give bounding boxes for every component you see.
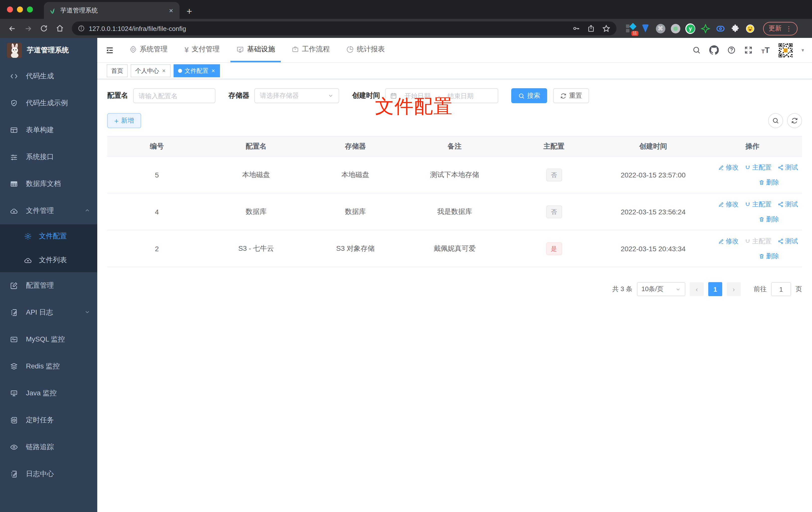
page-size-select[interactable]: 10条/页 xyxy=(637,282,685,296)
reload-icon[interactable] xyxy=(37,22,51,35)
tab-close-icon[interactable]: × xyxy=(168,6,175,14)
sidebar-item-api-log[interactable]: API 日志 xyxy=(0,299,97,326)
page-content: 配置名 存储器 请选择存储器 创建时间 xyxy=(97,79,812,512)
reset-button[interactable]: 重置 xyxy=(553,88,589,103)
new-tab-button[interactable]: + xyxy=(186,6,192,16)
tag-file-config[interactable]: 文件配置 × xyxy=(174,64,220,77)
sidebar-item-form-builder[interactable]: 表单构建 xyxy=(0,117,97,144)
sidebar-item-config-manage[interactable]: 配置管理 xyxy=(0,272,97,299)
share-icon[interactable] xyxy=(587,24,595,32)
test-link[interactable]: 测试 xyxy=(778,163,798,172)
sidebar-item-mysql-monitor[interactable]: MySQL 监控 xyxy=(0,326,97,353)
nav-workflow[interactable]: 工作流程 xyxy=(286,38,336,62)
sidebar-item-label: 代码生成 xyxy=(26,72,54,81)
extension-y-icon[interactable]: y xyxy=(685,24,695,33)
sidebar-item-label: API 日志 xyxy=(26,308,53,317)
close-icon[interactable]: × xyxy=(211,67,215,74)
add-button[interactable]: + 新增 xyxy=(107,113,141,128)
table-row: 5 本地磁盘 本地磁盘 测试下本地存储 否 2022-03-15 23:57:0… xyxy=(107,156,802,193)
modify-link[interactable]: 修改 xyxy=(718,200,739,209)
goto-page-input[interactable] xyxy=(771,282,791,296)
site-info-icon[interactable] xyxy=(78,25,85,32)
close-window-button[interactable] xyxy=(7,6,13,12)
url-text[interactable]: 127.0.0.1:1024/infra/file/file-config xyxy=(89,25,568,32)
sidebar-item-code-demo[interactable]: 代码生成示例 xyxy=(0,90,97,117)
github-icon[interactable] xyxy=(709,46,719,55)
back-icon[interactable] xyxy=(5,22,19,35)
close-icon[interactable]: × xyxy=(162,67,166,74)
next-page-button[interactable]: › xyxy=(727,282,741,296)
address-bar[interactable]: 127.0.0.1:1024/infra/file/file-config xyxy=(72,22,616,35)
fullscreen-icon[interactable] xyxy=(745,46,753,54)
tags-view: 首页 个人中心 × 文件配置 × xyxy=(97,63,812,79)
page-1-button[interactable]: 1 xyxy=(708,282,722,296)
user-menu-caret-icon[interactable]: ▾ xyxy=(802,48,804,53)
sidebar-item-java-monitor[interactable]: Java 监控 xyxy=(0,380,97,407)
col-name: 配置名 xyxy=(206,137,306,156)
nav-report[interactable]: 统计报表 xyxy=(341,38,391,62)
delete-link[interactable]: 删除 xyxy=(759,178,779,187)
nav-pay-manage[interactable]: ¥ 支付管理 xyxy=(179,38,226,62)
master-link[interactable]: 主配置 xyxy=(745,163,772,172)
storage-select[interactable]: 请选择存储器 xyxy=(254,88,339,103)
sidebar-item-system-api[interactable]: 系统接口 xyxy=(0,144,97,171)
sidebar-item-db-doc[interactable]: 数据库文档 xyxy=(0,171,97,198)
sidebar-item-redis-monitor[interactable]: Redis 监控 xyxy=(0,353,97,380)
cell-id: 5 xyxy=(107,156,206,193)
extension-grid-icon[interactable]: 11 xyxy=(626,24,635,33)
help-icon[interactable] xyxy=(727,46,736,54)
delete-link[interactable]: 删除 xyxy=(759,251,779,261)
user-avatar-qr[interactable] xyxy=(778,42,793,58)
profile-avatar-emoji[interactable] xyxy=(745,24,755,33)
browser-menu-icon[interactable]: ⋮ xyxy=(786,25,792,32)
col-storage: 存储器 xyxy=(306,137,405,156)
extensions-puzzle-icon[interactable] xyxy=(730,24,740,33)
sidebar-item-file-config[interactable]: 文件配置 xyxy=(0,224,97,248)
gear-icon xyxy=(130,46,137,53)
edit-icon xyxy=(718,164,724,170)
table-refresh-button[interactable] xyxy=(787,113,802,128)
sidebar-item-file-manage[interactable]: 文件管理 xyxy=(0,198,97,224)
modify-link[interactable]: 修改 xyxy=(718,163,739,172)
master-link[interactable]: 主配置 xyxy=(745,200,772,209)
refresh-icon xyxy=(560,92,567,99)
tag-home[interactable]: 首页 xyxy=(107,64,128,77)
chrome-update-button[interactable]: 更新 ⋮ xyxy=(763,22,798,35)
collapse-sidebar-icon[interactable] xyxy=(105,46,114,55)
table-search-toggle-button[interactable] xyxy=(768,113,783,128)
master-tag: 是 xyxy=(546,242,562,255)
test-link[interactable]: 测试 xyxy=(778,200,798,209)
minimize-window-button[interactable] xyxy=(17,6,23,12)
sidebar-item-trace[interactable]: 链路追踪 xyxy=(0,434,97,461)
sidebar-item-log-center[interactable]: 日志中心 xyxy=(0,461,97,488)
delete-link[interactable]: 删除 xyxy=(759,215,779,223)
tag-profile[interactable]: 个人中心 × xyxy=(131,64,171,77)
sidebar-item-code-gen[interactable]: 代码生成 xyxy=(0,63,97,90)
test-link[interactable]: 测试 xyxy=(778,237,798,245)
extension-dot-icon[interactable] xyxy=(670,24,680,33)
modify-link[interactable]: 修改 xyxy=(718,237,739,245)
search-button[interactable]: 搜索 xyxy=(511,88,547,103)
sidebar-item-cron-job[interactable]: 定时任务 xyxy=(0,407,97,434)
favicon-plant-icon xyxy=(49,7,56,14)
extension-star-icon[interactable] xyxy=(700,24,710,33)
password-key-icon[interactable] xyxy=(572,24,580,32)
bookmark-star-icon[interactable] xyxy=(602,24,610,33)
add-label: 新增 xyxy=(121,116,134,125)
config-name-input[interactable] xyxy=(133,88,215,103)
nav-infrastructure[interactable]: 基础设施 xyxy=(231,38,281,62)
extension-command-icon[interactable]: ⌘ xyxy=(656,24,665,33)
font-size-icon[interactable]: TT xyxy=(761,46,770,54)
macos-traffic-lights[interactable] xyxy=(7,6,33,12)
nav-system-manage[interactable]: 系统管理 xyxy=(124,38,174,62)
sidebar-logo[interactable]: 芋道管理系统 xyxy=(0,38,97,63)
home-icon[interactable] xyxy=(53,22,67,35)
browser-tab[interactable]: 芋道管理系统 × xyxy=(44,2,179,19)
forward-icon[interactable] xyxy=(21,22,35,35)
prev-page-button[interactable]: ‹ xyxy=(690,282,704,296)
search-icon[interactable] xyxy=(693,46,701,54)
extension-kite-icon[interactable] xyxy=(640,24,650,33)
extension-eye-icon[interactable] xyxy=(715,24,725,33)
zoom-window-button[interactable] xyxy=(27,6,33,12)
sidebar-item-file-list[interactable]: 文件列表 xyxy=(0,248,97,272)
